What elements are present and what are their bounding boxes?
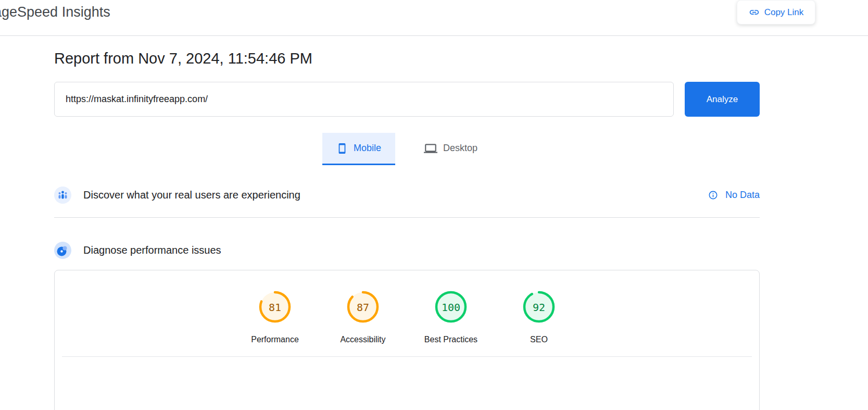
laptop-icon [424, 142, 437, 155]
score-ring-icon: 81 [258, 290, 292, 324]
report-heading: Report from Nov 7, 2024, 11:54:46 PM [54, 50, 312, 67]
tab-mobile[interactable]: Mobile [322, 133, 395, 165]
field-data-section: Discover what your real users are experi… [54, 183, 760, 207]
score-label: Best Practices [424, 335, 477, 344]
tab-mobile-label: Mobile [354, 143, 381, 154]
score-gauge-seo[interactable]: 92SEO [495, 290, 583, 344]
info-icon[interactable] [708, 190, 718, 200]
app-title[interactable]: PageSpeed Insights [0, 4, 110, 20]
no-data-label: No Data [725, 190, 760, 201]
real-users-icon [54, 187, 71, 204]
svg-text:87: 87 [357, 301, 369, 314]
svg-text:81: 81 [269, 301, 281, 314]
svg-text:100: 100 [442, 301, 460, 314]
score-ring-icon: 87 [346, 290, 380, 324]
copy-link-button[interactable]: Copy Link [737, 0, 815, 24]
tab-desktop-label: Desktop [443, 143, 477, 154]
copy-link-label: Copy Link [764, 7, 804, 18]
score-label: Performance [251, 335, 299, 344]
score-gauge-accessibility[interactable]: 87Accessibility [319, 290, 407, 344]
score-gauge-best-practices[interactable]: 100Best Practices [407, 290, 495, 344]
smartphone-icon [336, 143, 348, 154]
score-gauges-row: 81Performance87Accessibility100Best Prac… [55, 290, 759, 344]
link-icon [749, 7, 760, 18]
lab-section-title: Diagnose performance issues [83, 244, 221, 256]
score-ring-icon: 92 [522, 290, 556, 324]
score-label: SEO [530, 335, 548, 344]
scores-card: 81Performance87Accessibility100Best Prac… [54, 270, 760, 410]
card-divider [62, 356, 752, 357]
lab-section: Diagnose performance issues [54, 239, 760, 262]
score-ring-icon: 100 [434, 290, 468, 324]
speedometer-icon [54, 242, 71, 259]
section-divider [54, 217, 760, 218]
score-label: Accessibility [340, 335, 385, 344]
url-input[interactable] [54, 82, 674, 117]
no-data-link[interactable]: No Data [708, 190, 760, 201]
svg-text:92: 92 [533, 301, 545, 314]
field-data-title: Discover what your real users are experi… [83, 189, 300, 201]
score-gauge-performance[interactable]: 81Performance [231, 290, 319, 344]
analyze-button[interactable]: Analyze [685, 82, 760, 117]
tab-desktop[interactable]: Desktop [410, 133, 492, 165]
device-tabs: Mobile Desktop [54, 133, 760, 165]
